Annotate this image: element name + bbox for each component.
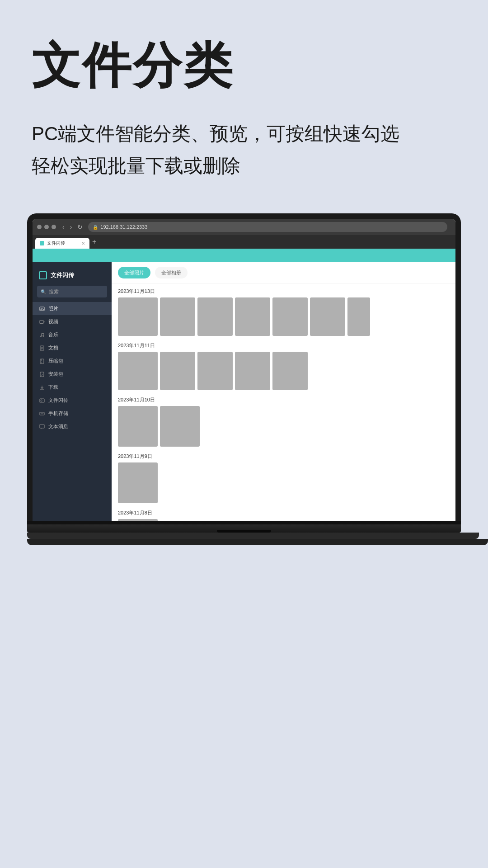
browser-close-btn[interactable] xyxy=(37,225,42,229)
photo-thumb[interactable] xyxy=(197,352,233,390)
browser-nav-btns: ‹ › ↻ xyxy=(61,222,84,231)
sidebar-transfer-label: 文件闪传 xyxy=(48,397,68,404)
sidebar-item-text[interactable]: 文本消息 xyxy=(33,420,112,433)
svg-rect-2 xyxy=(40,320,43,323)
photo-thumb[interactable] xyxy=(347,297,370,336)
photo-thumb[interactable] xyxy=(310,297,345,336)
storage-icon xyxy=(39,410,45,416)
filter-tab-albums[interactable]: 全部相册 xyxy=(155,267,188,278)
sidebar-music-label: 音乐 xyxy=(48,331,58,338)
teal-header-bar xyxy=(33,249,455,262)
sidebar-item-docs[interactable]: 文档 xyxy=(33,341,112,354)
forward-button[interactable]: › xyxy=(68,222,74,231)
sidebar-item-videos[interactable]: 视频 xyxy=(33,315,112,328)
subtitle: PC端文件智能分类、预览，可按组快速勾选 轻松实现批量下载或删除 xyxy=(32,118,456,182)
photo-scroll-area[interactable]: 2023年11月13日 xyxy=(112,283,455,521)
search-icon: 🔍 xyxy=(41,289,46,294)
browser-controls xyxy=(37,225,56,229)
photo-thumb[interactable] xyxy=(160,406,200,447)
sidebar-item-music[interactable]: 音乐 xyxy=(33,328,112,341)
music-icon xyxy=(39,332,45,338)
apk-icon xyxy=(39,371,45,377)
photo-thumb[interactable] xyxy=(272,297,308,336)
sidebar-item-apk[interactable]: 安装包 xyxy=(33,368,112,381)
photo-thumb[interactable] xyxy=(160,297,195,336)
browser-tab-active[interactable]: 文件闪传 ✕ xyxy=(35,238,89,249)
laptop-outer: ‹ › ↻ 🔒 192.168.31.122:2333 xyxy=(27,213,461,545)
svg-rect-10 xyxy=(40,359,44,363)
address-text: 192.168.31.122:2333 xyxy=(100,224,147,230)
svg-marker-3 xyxy=(44,321,45,323)
sidebar-text-label: 文本消息 xyxy=(48,423,68,430)
sidebar: 文件闪传 🔍 搜索 xyxy=(33,262,112,521)
photo-thumb[interactable] xyxy=(235,297,270,336)
sidebar-item-storage[interactable]: 手机存储 xyxy=(33,407,112,420)
photo-row-1113 xyxy=(118,297,449,336)
subtitle-line2: 轻松实现批量下载或删除 xyxy=(32,155,240,176)
refresh-button[interactable]: ↻ xyxy=(75,222,84,231)
laptop-base xyxy=(27,524,461,533)
text-msg-icon xyxy=(39,424,45,429)
page-container: 文件分类 PC端文件智能分类、预览，可按组快速勾选 轻松实现批量下载或删除 xyxy=(0,0,488,868)
page-title: 文件分类 xyxy=(32,36,456,95)
browser-minimize-btn[interactable] xyxy=(44,225,49,229)
main-area: 全部照片 全部相册 2023年11月13日 xyxy=(112,262,455,521)
browser-address-bar[interactable]: 🔒 192.168.31.122:2333 xyxy=(88,222,447,232)
tab-favicon xyxy=(40,241,44,245)
photo-thumb[interactable] xyxy=(118,352,158,390)
browser-maximize-btn[interactable] xyxy=(52,225,56,229)
lock-icon: 🔒 xyxy=(93,225,98,230)
zip-icon xyxy=(39,358,45,364)
photo-thumb[interactable] xyxy=(272,352,308,390)
date-label-118: 2023年11月8日 xyxy=(118,509,449,516)
app-content: 文件闪传 🔍 搜索 xyxy=(33,262,455,521)
photo-row-118 xyxy=(118,519,449,521)
browser-window: ‹ › ↻ 🔒 192.168.31.122:2333 xyxy=(33,219,455,521)
subtitle-line1: PC端文件智能分类、预览，可按组快速勾选 xyxy=(32,123,399,144)
laptop-screen-housing: ‹ › ↻ 🔒 192.168.31.122:2333 xyxy=(27,213,461,521)
svg-rect-15 xyxy=(41,400,42,401)
date-group-1111: 2023年11月11日 xyxy=(118,342,449,390)
sidebar-brand: 文件闪传 xyxy=(33,269,112,286)
photo-thumb[interactable] xyxy=(235,352,270,390)
date-group-1113: 2023年11月13日 xyxy=(118,288,449,336)
photo-thumb[interactable] xyxy=(118,406,158,447)
back-button[interactable]: ‹ xyxy=(61,222,66,231)
brand-icon xyxy=(39,271,47,279)
browser-chrome: ‹ › ↻ 🔒 192.168.31.122:2333 xyxy=(33,219,455,235)
laptop-hinge xyxy=(27,521,461,524)
svg-rect-18 xyxy=(40,425,44,428)
sidebar-item-transfer[interactable]: 文件闪传 xyxy=(33,394,112,407)
brand-name: 文件闪传 xyxy=(51,271,74,279)
sidebar-docs-label: 文档 xyxy=(48,344,58,351)
photo-row-1111 xyxy=(118,352,449,390)
filter-tab-all-photos[interactable]: 全部照片 xyxy=(118,267,150,278)
photo-row-1110 xyxy=(118,406,449,447)
sidebar-apk-label: 安装包 xyxy=(48,371,63,377)
sidebar-item-photos[interactable]: 照片 xyxy=(33,302,112,315)
date-label-119: 2023年11月9日 xyxy=(118,453,449,460)
sidebar-downloads-label: 下载 xyxy=(48,384,58,391)
download-icon xyxy=(39,384,45,390)
photo-thumb[interactable] xyxy=(160,352,195,390)
docs-icon xyxy=(39,345,45,351)
laptop-bottom xyxy=(27,533,479,539)
photo-thumb[interactable] xyxy=(197,297,233,336)
sidebar-storage-label: 手机存储 xyxy=(48,410,68,417)
photo-thumb[interactable] xyxy=(118,462,158,503)
sidebar-item-zip[interactable]: 压缩包 xyxy=(33,354,112,368)
sidebar-item-downloads[interactable]: 下载 xyxy=(33,381,112,394)
date-group-118: 2023年11月8日 xyxy=(118,509,449,521)
sidebar-search[interactable]: 🔍 搜索 xyxy=(37,286,107,297)
filter-tabs: 全部照片 全部相册 xyxy=(112,262,455,283)
tab-close-btn[interactable]: ✕ xyxy=(81,241,85,246)
svg-rect-0 xyxy=(40,307,44,311)
laptop-mockup: ‹ › ↻ 🔒 192.168.31.122:2333 xyxy=(32,213,456,545)
sidebar-zip-label: 压缩包 xyxy=(48,358,63,364)
videos-icon xyxy=(39,319,45,325)
photo-thumb[interactable] xyxy=(118,519,158,521)
sidebar-videos-label: 视频 xyxy=(48,318,58,325)
sidebar-photos-label: 照片 xyxy=(48,305,58,312)
add-tab-button[interactable]: + xyxy=(89,238,99,246)
photo-thumb[interactable] xyxy=(118,297,158,336)
